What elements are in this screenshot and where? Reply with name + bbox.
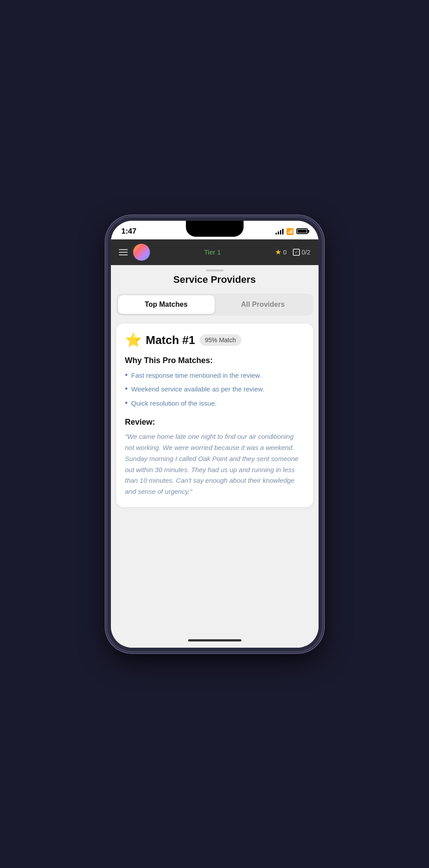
bullet-icon: • bbox=[125, 399, 128, 408]
review-text: "We came home late one night to find our… bbox=[125, 431, 304, 497]
bullet-icon: • bbox=[125, 384, 128, 394]
star-icon: ★ bbox=[275, 248, 281, 256]
hamburger-menu-icon[interactable] bbox=[119, 249, 128, 255]
home-bar bbox=[188, 639, 241, 641]
phone-frame: 1:47 📶 bbox=[107, 217, 322, 651]
reason-text-2: Weekend service available as per the rev… bbox=[131, 384, 264, 394]
sheet-title: Service Providers bbox=[116, 274, 313, 285]
bullet-icon: • bbox=[125, 371, 128, 380]
sheet-handle bbox=[206, 270, 224, 271]
match-badge: 95% Match bbox=[200, 334, 241, 346]
tab-top-matches[interactable]: Top Matches bbox=[118, 295, 215, 314]
tier-badge: Tier 1 bbox=[155, 248, 270, 256]
match-title: Match #1 bbox=[146, 333, 195, 347]
notch bbox=[186, 221, 244, 237]
review-title: Review: bbox=[125, 418, 304, 427]
main-content: Service Providers Top Matches All Provid… bbox=[111, 265, 319, 636]
match-star-icon: ⭐ bbox=[125, 333, 142, 347]
app-header: Tier 1 ★ 0 ✓ 0/2 bbox=[111, 239, 319, 265]
signal-icon bbox=[276, 228, 283, 235]
check-count-value: 0/2 bbox=[302, 249, 310, 256]
match-reasons: • Fast response time mentioned in the re… bbox=[125, 371, 304, 408]
star-count-value: 0 bbox=[283, 249, 287, 256]
status-icons: 📶 bbox=[276, 228, 308, 235]
reason-text-3: Quick resolution of the issue. bbox=[131, 399, 217, 408]
match-card: ⭐ Match #1 95% Match Why This Pro Matche… bbox=[116, 324, 313, 507]
status-time: 1:47 bbox=[122, 227, 137, 236]
sheet-handle-container bbox=[116, 265, 313, 274]
phone-screen: 1:47 📶 bbox=[111, 221, 319, 648]
header-right: ★ 0 ✓ 0/2 bbox=[275, 248, 310, 256]
checkbox-icon: ✓ bbox=[293, 249, 300, 256]
match-header: ⭐ Match #1 95% Match bbox=[125, 333, 304, 347]
wifi-icon: 📶 bbox=[286, 228, 294, 235]
reason-text-1: Fast response time mentioned in the revi… bbox=[131, 371, 261, 380]
tab-switcher: Top Matches All Providers bbox=[116, 293, 313, 316]
list-item: • Fast response time mentioned in the re… bbox=[125, 371, 304, 380]
list-item: • Weekend service available as per the r… bbox=[125, 384, 304, 394]
battery-icon bbox=[296, 228, 308, 234]
status-bar: 1:47 📶 bbox=[111, 221, 319, 239]
star-count: ★ 0 bbox=[275, 248, 287, 256]
why-title: Why This Pro Matches: bbox=[125, 356, 304, 365]
check-count: ✓ 0/2 bbox=[293, 249, 310, 256]
tab-all-providers[interactable]: All Providers bbox=[215, 295, 311, 314]
home-indicator bbox=[111, 636, 319, 648]
list-item: • Quick resolution of the issue. bbox=[125, 399, 304, 408]
avatar[interactable] bbox=[133, 244, 150, 261]
